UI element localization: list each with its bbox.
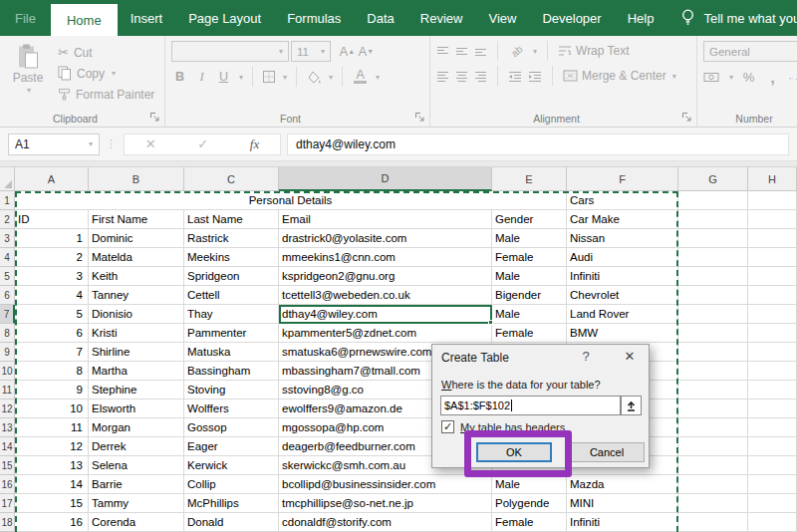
cell-H6[interactable] — [748, 286, 797, 305]
cell-C4[interactable]: Meekins — [184, 248, 279, 267]
cell-H3[interactable] — [748, 229, 797, 248]
clipboard-dialog-launcher[interactable] — [149, 112, 160, 123]
cell-H17[interactable] — [748, 494, 797, 513]
cell-A7[interactable]: 5 — [15, 305, 89, 324]
cell-A16[interactable]: 14 — [15, 475, 89, 494]
cell-A11[interactable]: 9 — [15, 381, 89, 399]
cell-F1[interactable]: Cars — [567, 191, 678, 210]
cell-B14[interactable]: Derrek — [89, 437, 184, 456]
cell-A15[interactable]: 13 — [15, 456, 89, 475]
cell-A13[interactable]: 11 — [15, 418, 89, 437]
cell-F16[interactable]: Mazda — [567, 475, 678, 494]
paste-button[interactable]: Paste ▾ — [6, 41, 50, 104]
align-right-icon[interactable] — [474, 71, 487, 82]
column-header-B[interactable]: B — [89, 167, 184, 191]
row-header-6[interactable]: 6 — [0, 286, 15, 305]
dialog-close-button[interactable]: ✕ — [617, 349, 643, 367]
cell-E16[interactable]: Male — [492, 475, 567, 494]
cell-C2[interactable]: Last Name — [184, 210, 279, 229]
cell-D4[interactable]: mmeekins1@cnn.com — [279, 248, 492, 267]
row-header-18[interactable]: 18 — [0, 513, 15, 532]
row-header-12[interactable]: 12 — [0, 399, 15, 418]
cell-H5[interactable] — [748, 267, 797, 286]
column-header-D[interactable]: D — [279, 167, 492, 191]
tab-developer[interactable]: Developer — [529, 0, 614, 36]
cell-G17[interactable] — [678, 494, 748, 513]
cell-G6[interactable] — [678, 286, 748, 305]
cell-G4[interactable] — [678, 248, 748, 267]
cell-C17[interactable]: McPhillips — [184, 494, 279, 513]
cell-G11[interactable] — [678, 381, 748, 399]
cell-G3[interactable] — [678, 229, 748, 248]
orientation-dropdown-icon[interactable]: ▾ — [533, 47, 537, 56]
merge-center-button[interactable]: Merge & Center ▾ — [563, 69, 676, 83]
cell-C10[interactable]: Bassingham — [184, 362, 279, 381]
increase-decimal-button[interactable]: ←.00 — [788, 67, 797, 87]
tab-view[interactable]: View — [475, 0, 529, 36]
tab-data[interactable]: Data — [354, 0, 406, 36]
cell-A12[interactable]: 10 — [15, 399, 89, 418]
wrap-text-button[interactable]: Wrap Text — [558, 44, 630, 58]
underline-dropdown-icon[interactable]: ▾ — [239, 73, 243, 82]
align-middle-icon[interactable] — [455, 46, 468, 57]
cell-H18[interactable] — [748, 513, 797, 532]
row-header-13[interactable]: 13 — [0, 418, 15, 437]
dialog-help-button[interactable]: ? — [575, 349, 597, 367]
cell-A14[interactable]: 12 — [15, 437, 89, 456]
insert-function-icon[interactable]: fx — [250, 136, 259, 152]
font-dialog-launcher[interactable] — [414, 112, 425, 123]
row-header-1[interactable]: 1 — [0, 191, 15, 210]
cell-B2[interactable]: First Name — [89, 210, 184, 229]
format-painter-button[interactable]: Format Painter — [58, 85, 154, 104]
cell-B16[interactable]: Barrie — [89, 475, 184, 494]
cell-G2[interactable] — [678, 210, 748, 229]
cell-G7[interactable] — [678, 305, 748, 324]
cell-A8[interactable]: 6 — [15, 324, 89, 343]
cell-B6[interactable]: Tanney — [89, 286, 184, 305]
cell-B15[interactable]: Selena — [89, 456, 184, 475]
row-header-7[interactable]: 7 — [0, 305, 15, 324]
tab-home[interactable]: Home — [51, 4, 118, 36]
row-header-15[interactable]: 15 — [0, 456, 15, 475]
cancel-entry-icon[interactable]: ✕ — [145, 136, 156, 151]
headers-checkbox[interactable]: ✓ — [441, 420, 454, 433]
cell-F8[interactable]: BMW — [567, 324, 678, 343]
font-name-combo[interactable]: ▾ — [171, 41, 289, 62]
bold-button[interactable]: B — [171, 67, 188, 87]
cut-button[interactable]: ✂ Cut — [58, 43, 154, 62]
cell-E7[interactable]: Male — [492, 305, 567, 324]
cell-F5[interactable]: Infiniti — [567, 267, 678, 286]
cell-F7[interactable]: Land Rover — [567, 305, 678, 324]
cell-B11[interactable]: Stephine — [89, 381, 184, 399]
cell-H16[interactable] — [748, 475, 797, 494]
row-header-10[interactable]: 10 — [0, 362, 15, 381]
align-bottom-icon[interactable] — [474, 46, 487, 57]
alignment-dialog-launcher[interactable] — [681, 112, 692, 123]
cell-F17[interactable]: MINI — [567, 494, 678, 513]
cell-A2[interactable]: ID — [15, 210, 89, 229]
column-header-A[interactable]: A — [15, 167, 89, 191]
cell-H10[interactable] — [748, 362, 797, 381]
comma-style-button[interactable]: , — [764, 67, 781, 87]
column-header-H[interactable]: H — [748, 167, 797, 191]
cell-G1[interactable] — [678, 191, 748, 210]
row-header-4[interactable]: 4 — [0, 248, 15, 267]
cell-D16[interactable]: bcollipd@businessinsider.com — [279, 475, 492, 494]
cell-E5[interactable]: Male — [492, 267, 567, 286]
accounting-dropdown-icon[interactable]: ▾ — [729, 73, 733, 82]
cell-C16[interactable]: Collip — [184, 475, 279, 494]
cell-G5[interactable] — [678, 267, 748, 286]
cell-H7[interactable] — [748, 305, 797, 324]
tell-me-box[interactable]: Tell me what you want to do — [680, 0, 797, 36]
cell-F6[interactable]: Chevrolet — [567, 286, 678, 305]
table-range-input[interactable]: $A$1:$F$102 — [440, 396, 621, 415]
cell-C15[interactable]: Kerwick — [184, 456, 279, 475]
cancel-button[interactable]: Cancel — [569, 442, 645, 462]
cell-H8[interactable] — [748, 324, 797, 343]
cell-B17[interactable]: Tammy — [89, 494, 184, 513]
confirm-entry-icon[interactable]: ✓ — [197, 136, 208, 151]
row-header-2[interactable]: 2 — [0, 210, 15, 229]
cell-A17[interactable]: 15 — [15, 494, 89, 513]
align-left-icon[interactable] — [436, 71, 449, 82]
cell-B10[interactable]: Martha — [89, 362, 184, 381]
